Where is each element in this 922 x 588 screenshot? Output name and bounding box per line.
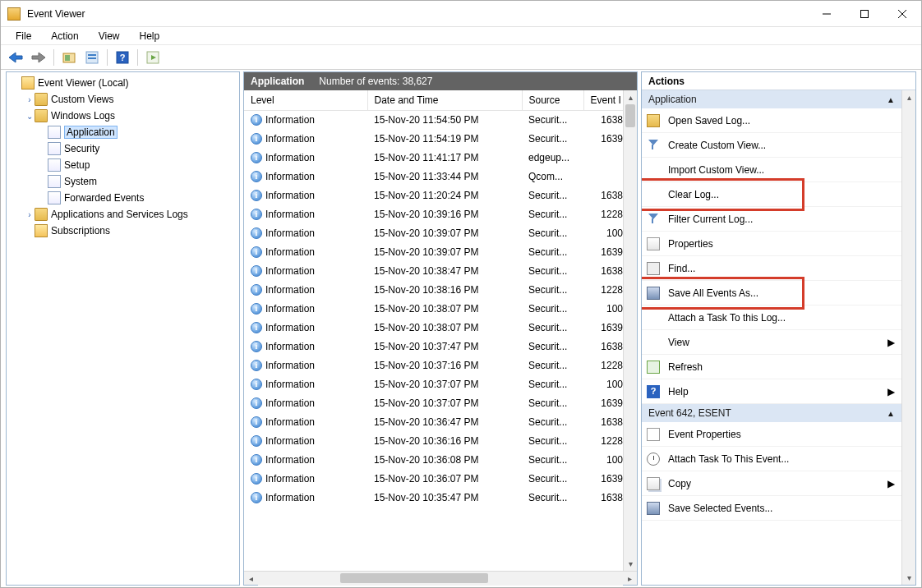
action-attach-task-event[interactable]: Attach Task To This Event... bbox=[642, 447, 901, 471]
level-label: Information bbox=[265, 246, 315, 258]
action-import-custom-view[interactable]: Import Custom View... bbox=[642, 158, 901, 182]
action-create-custom-view[interactable]: Create Custom View... bbox=[642, 133, 901, 158]
action-refresh[interactable]: Refresh bbox=[642, 355, 901, 379]
toolbar-help-button[interactable]: ? bbox=[113, 48, 132, 67]
menu-help[interactable]: Help bbox=[133, 29, 167, 44]
scroll-down-button[interactable]: ▾ bbox=[902, 571, 915, 585]
event-row[interactable]: iInformation15-Nov-20 10:36:07 PMSecurit… bbox=[244, 469, 623, 488]
log-icon bbox=[48, 175, 61, 188]
folder-icon bbox=[35, 109, 48, 122]
col-source[interactable]: Source bbox=[522, 90, 583, 110]
toolbar-divider bbox=[53, 49, 54, 66]
event-row[interactable]: iInformation15-Nov-20 10:37:07 PMSecurit… bbox=[244, 393, 623, 412]
toolbar-preview-button[interactable] bbox=[143, 48, 163, 67]
minimize-button[interactable] bbox=[808, 2, 846, 26]
back-button[interactable] bbox=[6, 48, 25, 67]
action-event-properties[interactable]: Event Properties bbox=[642, 422, 901, 447]
action-save-all-events-as[interactable]: Save All Events As... bbox=[642, 281, 901, 305]
event-row[interactable]: iInformation15-Nov-20 10:37:47 PMSecurit… bbox=[244, 337, 623, 356]
tree-security[interactable]: · Security bbox=[36, 140, 237, 157]
list-vertical-scrollbar[interactable]: ▴ ▾ bbox=[623, 90, 637, 571]
event-row[interactable]: iInformation15-Nov-20 10:38:16 PMSecurit… bbox=[244, 280, 623, 299]
action-filter-current-log[interactable]: Filter Current Log... bbox=[642, 207, 901, 232]
tree-forwarded[interactable]: · Forwarded Events bbox=[36, 190, 237, 206]
event-row[interactable]: iInformation15-Nov-20 11:54:19 PMSecurit… bbox=[244, 129, 623, 148]
event-row[interactable]: iInformation15-Nov-20 10:36:16 PMSecurit… bbox=[244, 431, 623, 450]
event-row[interactable]: iInformation15-Nov-20 10:39:07 PMSecurit… bbox=[244, 242, 623, 261]
event-row[interactable]: iInformation15-Nov-20 10:35:47 PMSecurit… bbox=[244, 488, 623, 507]
event-row[interactable]: iInformation15-Nov-20 10:36:47 PMSecurit… bbox=[244, 412, 623, 431]
menu-file[interactable]: File bbox=[9, 29, 38, 44]
event-row[interactable]: iInformation15-Nov-20 11:33:44 PMQcom... bbox=[244, 167, 623, 186]
funnel-icon bbox=[647, 139, 660, 152]
forward-button[interactable] bbox=[29, 48, 48, 67]
scroll-track-h[interactable] bbox=[258, 572, 623, 586]
list-horizontal-scrollbar[interactable]: ◂ ▸ bbox=[244, 571, 637, 585]
tree-pane[interactable]: ▸ Event Viewer (Local) › Custom Views bbox=[6, 71, 240, 586]
action-attach-task-log[interactable]: Attach a Task To this Log... bbox=[642, 305, 901, 330]
menu-action[interactable]: Action bbox=[44, 29, 85, 44]
information-icon: i bbox=[251, 246, 262, 258]
tree-custom-views[interactable]: › Custom Views bbox=[23, 91, 237, 108]
event-row[interactable]: iInformation15-Nov-20 11:41:17 PMedgeup.… bbox=[244, 148, 623, 167]
event-listview[interactable]: Level Date and Time Source Event I iInfo… bbox=[244, 90, 623, 571]
action-find[interactable]: Find... bbox=[642, 256, 901, 281]
scroll-track[interactable] bbox=[902, 104, 915, 571]
event-row[interactable]: iInformation15-Nov-20 10:38:07 PMSecurit… bbox=[244, 318, 623, 337]
action-help[interactable]: ? Help ▶ bbox=[642, 379, 901, 404]
action-properties[interactable]: Properties bbox=[642, 232, 901, 256]
level-label: Information bbox=[265, 171, 315, 182]
tree-application[interactable]: · Application bbox=[36, 124, 237, 140]
actions-vertical-scrollbar[interactable]: ▴ ▾ bbox=[901, 90, 915, 585]
tree-windows-logs[interactable]: ⌄ Windows Logs bbox=[23, 108, 237, 124]
level-label: Information bbox=[265, 416, 315, 428]
svg-marker-5 bbox=[32, 53, 45, 62]
cell-date: 15-Nov-20 10:38:07 PM bbox=[367, 299, 522, 318]
scroll-thumb-h[interactable] bbox=[340, 573, 488, 583]
action-open-saved-log[interactable]: Open Saved Log... bbox=[642, 108, 901, 133]
cell-eventid: 1228 bbox=[583, 204, 623, 223]
event-row[interactable]: iInformation15-Nov-20 10:38:47 PMSecurit… bbox=[244, 261, 623, 280]
menu-view[interactable]: View bbox=[92, 29, 127, 44]
event-row[interactable]: iInformation15-Nov-20 10:37:07 PMSecurit… bbox=[244, 374, 623, 393]
col-date[interactable]: Date and Time bbox=[367, 90, 522, 110]
cell-source: Qcom... bbox=[522, 167, 583, 186]
action-copy[interactable]: Copy ▶ bbox=[642, 471, 901, 496]
scroll-left-button[interactable]: ◂ bbox=[244, 572, 258, 586]
event-row[interactable]: iInformation15-Nov-20 10:39:07 PMSecurit… bbox=[244, 223, 623, 242]
action-view[interactable]: View ▶ bbox=[642, 330, 901, 355]
action-save-selected-events[interactable]: Save Selected Events... bbox=[642, 496, 901, 521]
maximize-button[interactable] bbox=[846, 2, 883, 26]
title-bar: Event Viewer bbox=[1, 1, 921, 27]
scroll-right-button[interactable]: ▸ bbox=[623, 572, 637, 586]
column-headers[interactable]: Level Date and Time Source Event I bbox=[244, 90, 623, 110]
event-row[interactable]: iInformation15-Nov-20 10:37:16 PMSecurit… bbox=[244, 356, 623, 374]
tree-setup[interactable]: · Setup bbox=[36, 157, 237, 173]
action-clear-log[interactable]: Clear Log... bbox=[642, 182, 901, 207]
toolbar-scope-button[interactable] bbox=[59, 48, 79, 67]
tree-subscriptions[interactable]: · Subscriptions bbox=[23, 223, 237, 239]
scroll-down-button[interactable]: ▾ bbox=[624, 557, 637, 571]
cell-eventid: 1228 bbox=[583, 280, 623, 299]
scroll-track[interactable] bbox=[624, 104, 637, 557]
level-label: Information bbox=[265, 492, 315, 503]
event-row[interactable]: iInformation15-Nov-20 10:38:07 PMSecurit… bbox=[244, 299, 623, 318]
toolbar-details-button[interactable] bbox=[82, 48, 102, 67]
information-icon: i bbox=[251, 133, 262, 145]
svg-rect-1 bbox=[861, 10, 869, 17]
col-level[interactable]: Level bbox=[244, 90, 367, 110]
actions-section-application[interactable]: Application ▲ bbox=[642, 90, 901, 108]
tree-root[interactable]: ▸ Event Viewer (Local) bbox=[10, 75, 237, 91]
tree-system[interactable]: · System bbox=[36, 173, 237, 190]
event-row[interactable]: iInformation15-Nov-20 11:20:24 PMSecurit… bbox=[244, 186, 623, 204]
close-button[interactable] bbox=[883, 2, 921, 26]
event-row[interactable]: iInformation15-Nov-20 11:54:50 PMSecurit… bbox=[244, 110, 623, 129]
tree-apps-services[interactable]: › Applications and Services Logs bbox=[23, 206, 237, 223]
actions-section-event[interactable]: Event 642, ESENT ▲ bbox=[642, 404, 901, 422]
col-eventid[interactable]: Event I bbox=[583, 90, 623, 110]
scroll-up-button[interactable]: ▴ bbox=[624, 90, 637, 104]
event-row[interactable]: iInformation15-Nov-20 10:39:16 PMSecurit… bbox=[244, 204, 623, 223]
scroll-thumb[interactable] bbox=[625, 104, 635, 127]
scroll-up-button[interactable]: ▴ bbox=[902, 90, 915, 104]
event-row[interactable]: iInformation15-Nov-20 10:36:08 PMSecurit… bbox=[244, 450, 623, 469]
